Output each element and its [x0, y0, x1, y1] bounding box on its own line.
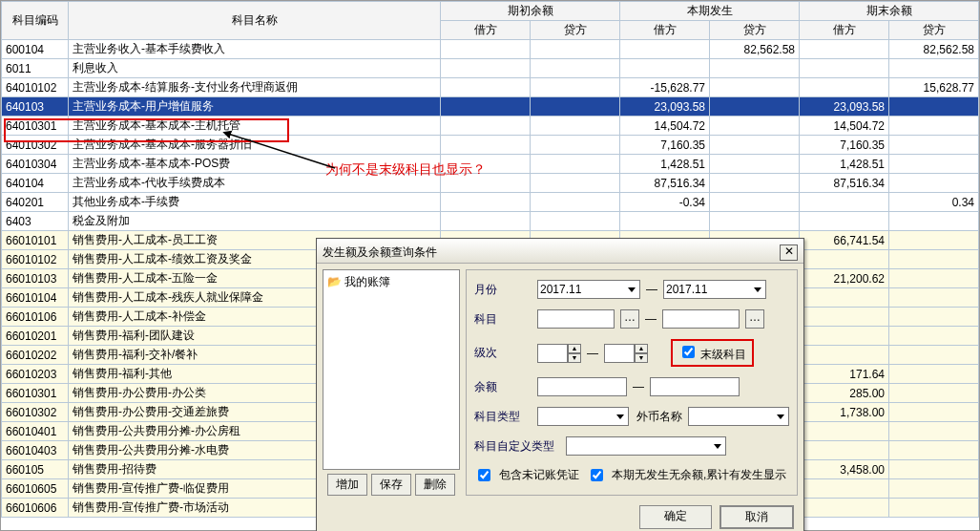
cell-c3[interactable]	[889, 212, 979, 231]
cell-d3[interactable]	[800, 212, 889, 231]
cell-name[interactable]: 利息收入	[69, 59, 441, 78]
cell-d3[interactable]: 14,504.72	[800, 117, 889, 136]
cell-code[interactable]: 66010203	[2, 365, 69, 384]
cell-d3[interactable]	[800, 346, 889, 365]
table-row[interactable]: 600104 主营业务收入-基本手续费收入82,562.5882,562.58	[2, 40, 979, 59]
cell-c1[interactable]	[531, 97, 620, 117]
balance-to-input[interactable]	[650, 377, 740, 396]
cell-code[interactable]: 6011	[2, 59, 69, 78]
col-opening[interactable]: 期初余额	[441, 2, 620, 21]
cancel-button[interactable]: 取消	[719, 505, 794, 529]
cell-code[interactable]: 6403	[2, 212, 69, 231]
chevron-up-icon[interactable]: ▲	[635, 344, 648, 353]
cell-c3[interactable]	[889, 460, 979, 479]
cell-c3[interactable]	[889, 365, 979, 384]
table-row[interactable]: 64010102 主营业务成本-结算服务-支付业务代理商返佣-15,628.77…	[2, 78, 979, 97]
cell-d3[interactable]: 1,738.00	[800, 403, 889, 422]
cell-code[interactable]: 640103	[2, 97, 69, 117]
cell-code[interactable]: 66010401	[2, 422, 69, 441]
cell-c1[interactable]	[531, 59, 620, 78]
cell-c2[interactable]	[710, 78, 800, 97]
cell-d3[interactable]	[800, 327, 889, 346]
cell-c3[interactable]	[889, 479, 979, 499]
currency-select[interactable]	[688, 407, 789, 426]
cell-c1[interactable]	[531, 155, 620, 174]
cell-code[interactable]: 66010403	[2, 441, 69, 460]
cell-d1[interactable]	[441, 59, 531, 78]
cell-d3[interactable]: 7,160.35	[800, 136, 889, 155]
cell-c3[interactable]	[889, 174, 979, 193]
cell-d3[interactable]: 87,516.34	[800, 174, 889, 193]
chevron-down-icon[interactable]: ▼	[568, 353, 581, 363]
cell-c1[interactable]	[531, 212, 620, 231]
cell-c3[interactable]	[889, 384, 979, 403]
tree-root[interactable]: 我的账簿	[344, 275, 390, 288]
col-closing-debit[interactable]: 借方	[800, 21, 889, 40]
cell-d3[interactable]	[800, 308, 889, 327]
cell-c3[interactable]	[889, 155, 979, 174]
cell-d2[interactable]: -15,628.77	[620, 78, 710, 97]
cell-c3[interactable]	[889, 327, 979, 346]
col-current[interactable]: 本期发生	[620, 2, 800, 21]
cell-c2[interactable]	[710, 193, 800, 212]
cell-code[interactable]: 64010301	[2, 117, 69, 136]
cell-d3[interactable]: 171.64	[800, 365, 889, 384]
cell-c2[interactable]	[710, 117, 800, 136]
col-code[interactable]: 科目编码	[2, 2, 69, 40]
cell-c3[interactable]	[889, 136, 979, 155]
account-from-lookup[interactable]: …	[620, 309, 639, 329]
chevron-up-icon[interactable]: ▲	[568, 344, 581, 353]
cell-c2[interactable]	[710, 97, 800, 117]
cell-c3[interactable]: 82,562.58	[889, 40, 979, 59]
cell-c3[interactable]	[889, 308, 979, 327]
cell-c3[interactable]	[889, 59, 979, 78]
cell-c3[interactable]	[889, 422, 979, 441]
cell-d1[interactable]	[441, 212, 531, 231]
cell-d3[interactable]: 3,458.00	[800, 460, 889, 479]
balance-from-input[interactable]	[537, 377, 627, 396]
cell-c3[interactable]	[889, 403, 979, 422]
cell-d3[interactable]	[800, 441, 889, 460]
table-row[interactable]: 640104 主营业务成本-代收手续费成本87,516.3487,516.34	[2, 174, 979, 193]
cell-d3[interactable]: 66,741.54	[800, 231, 889, 250]
account-to-input[interactable]	[662, 309, 740, 329]
cell-c3[interactable]: 0.34	[889, 193, 979, 212]
cell-d3[interactable]	[800, 40, 889, 59]
cell-name[interactable]: 主营业务成本-基本成本-主机托管	[69, 117, 441, 136]
cell-c2[interactable]	[710, 155, 800, 174]
col-opening-debit[interactable]: 借方	[441, 21, 531, 40]
cell-code[interactable]: 66010103	[2, 269, 69, 288]
table-row[interactable]: 64010302 主营业务成本-基本成本-服务器折旧7,160.357,160.…	[2, 136, 979, 155]
cell-code[interactable]: 640201	[2, 193, 69, 212]
ledger-tree[interactable]: 📂我的账簿	[323, 269, 460, 470]
cell-d3[interactable]	[800, 250, 889, 269]
cell-c3[interactable]	[889, 97, 979, 117]
table-row[interactable]: 640103 主营业务成本-用户增值服务23,093.5823,093.58	[2, 97, 979, 117]
cell-c3[interactable]	[889, 346, 979, 365]
cell-d1[interactable]	[441, 136, 531, 155]
cell-code[interactable]: 660105	[2, 460, 69, 479]
cell-c2[interactable]	[710, 212, 800, 231]
table-row[interactable]: 640201 其他业务成本-手续费-0.340.34	[2, 193, 979, 212]
cell-code[interactable]: 66010104	[2, 288, 69, 308]
account-type-select[interactable]	[537, 407, 629, 426]
cell-name[interactable]: 税金及附加	[69, 212, 441, 231]
cell-d3[interactable]: 21,200.62	[800, 269, 889, 288]
cell-c1[interactable]	[531, 78, 620, 97]
unposted-checkbox[interactable]	[478, 469, 490, 481]
cell-d2[interactable]: 1,428.51	[620, 155, 710, 174]
cell-d3[interactable]: 1,428.51	[800, 155, 889, 174]
cell-d1[interactable]	[441, 117, 531, 136]
col-closing-credit[interactable]: 贷方	[889, 21, 979, 40]
month-to-select[interactable]	[663, 280, 766, 299]
cell-c3[interactable]	[889, 499, 979, 518]
cell-c3[interactable]	[889, 441, 979, 460]
col-opening-credit[interactable]: 贷方	[531, 21, 620, 40]
cell-name[interactable]: 主营业务成本-基本成本-服务器折旧	[69, 136, 441, 155]
cell-c2[interactable]: 82,562.58	[710, 40, 800, 59]
cell-d3[interactable]: 285.00	[800, 384, 889, 403]
save-button[interactable]: 保存	[371, 474, 411, 496]
custom-type-select[interactable]	[566, 436, 726, 456]
cell-c1[interactable]	[531, 193, 620, 212]
cell-c3[interactable]	[889, 250, 979, 269]
